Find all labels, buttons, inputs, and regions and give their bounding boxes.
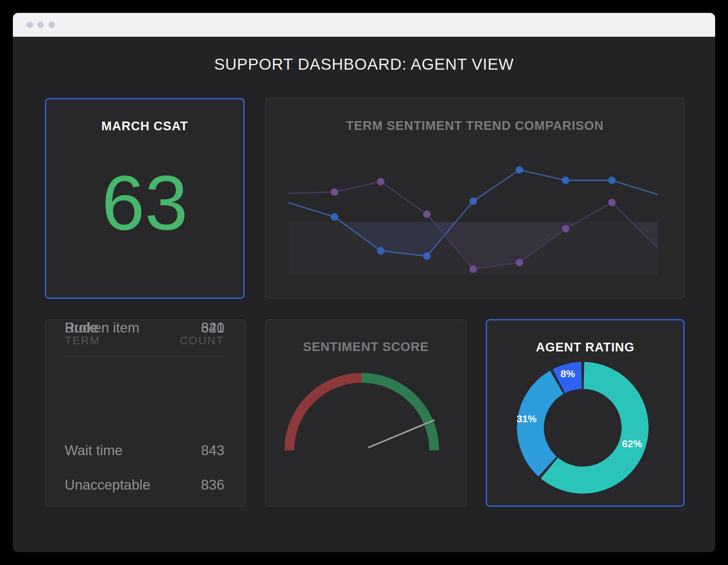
table-divider [65, 356, 224, 357]
table-header: TERM COUNT [65, 334, 224, 347]
count-cell: 836 [201, 477, 224, 493]
window-titlebar [13, 13, 715, 37]
trend-point-blue-term [608, 176, 616, 184]
donut-label: 31% [516, 413, 537, 425]
trend-point-purple-term [331, 188, 338, 196]
trend-point-blue-term [516, 166, 523, 174]
panel-agent-rating: 62%31%8% AGENT RATING [486, 319, 684, 507]
trend-title: TERM SENTIMENT TREND COMPARISON [266, 119, 684, 133]
column-header-count: COUNT [180, 334, 224, 347]
sentiment-title: SENTIMENT SCORE [266, 340, 466, 354]
agent-rating-title: AGENT RATING [487, 340, 683, 354]
gauge-arc-negative-red [289, 378, 362, 450]
trend-point-blue-term [470, 197, 477, 205]
count-cell: 341 [201, 320, 224, 336]
trend-point-blue-term [331, 213, 338, 221]
term-cell: Unacceptable [65, 477, 150, 493]
table-row: Broken item 341 [65, 320, 224, 336]
donut-slice-62% [549, 375, 635, 480]
term-cell: Wait time [65, 443, 123, 459]
count-cell: 843 [201, 443, 224, 459]
page-title: SUPPORT DASHBOARD: AGENT VIEW [13, 55, 715, 73]
table-row: Unacceptable 836 [65, 477, 224, 493]
csat-value: 63 [46, 164, 243, 241]
trend-point-purple-term [562, 225, 569, 233]
panel-sentiment-score: SENTIMENT SCORE [265, 319, 467, 507]
trend-point-blue-term [377, 247, 384, 255]
gauge-arc-positive-green [362, 378, 434, 450]
donut-label: 8% [560, 368, 575, 379]
gauge-needle [369, 420, 434, 447]
term-cell: Broken item [65, 320, 139, 336]
app-window: SUPPORT DASHBOARD: AGENT VIEW MARCH CSAT… [13, 13, 715, 552]
window-control-dot-3[interactable] [48, 22, 55, 28]
trend-point-purple-term [423, 211, 431, 218]
panel-term-sentiment-trend: TERM SENTIMENT TREND COMPARISON [265, 98, 684, 299]
trend-point-purple-term [516, 259, 523, 266]
trend-point-blue-term [423, 252, 431, 260]
table-row: Wait time 843 [65, 443, 224, 459]
donut-label: 62% [622, 438, 642, 450]
csat-title: MARCH CSAT [46, 119, 243, 133]
trend-point-purple-term [377, 178, 384, 186]
column-header-term: TERM [65, 334, 100, 347]
trend-point-purple-term [470, 265, 477, 273]
window-control-dot-1[interactable] [26, 22, 33, 28]
trend-point-blue-term [562, 176, 569, 184]
trend-point-purple-term [608, 199, 616, 206]
panel-march-csat: MARCH CSAT 63 [45, 98, 244, 299]
panel-term-count-table: TERM COUNT Wait time 843 Unacceptable 83… [45, 319, 246, 507]
window-control-dot-2[interactable] [37, 22, 44, 28]
